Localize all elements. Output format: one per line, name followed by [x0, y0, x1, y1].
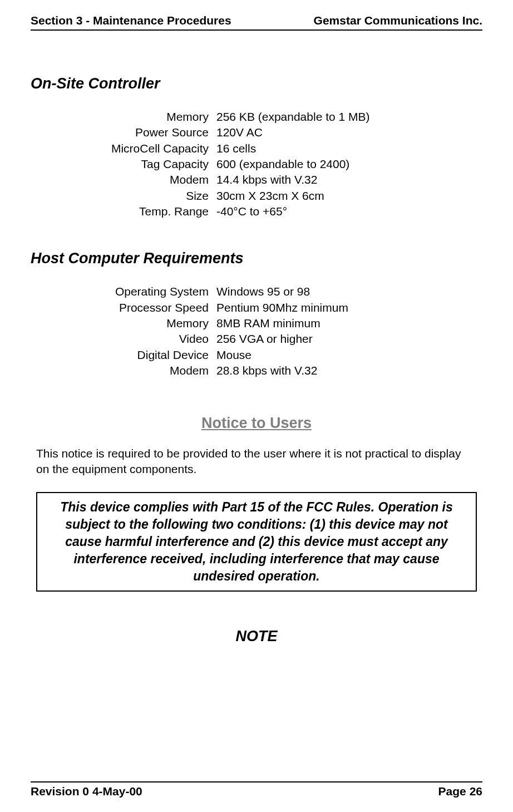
- spec-label: Operating System: [86, 284, 216, 299]
- spec-row: Digital Device Mouse: [86, 347, 482, 363]
- spec-row: Modem 28.8 kbps with V.32: [86, 363, 482, 378]
- spec-label: Tag Capacity: [86, 156, 216, 172]
- page-container: Section 3 - Maintenance Procedures Gemst…: [0, 0, 513, 812]
- spec-label: Video: [86, 331, 216, 347]
- header-right: Gemstar Communications Inc.: [314, 14, 482, 27]
- spec-row: Operating System Windows 95 or 98: [86, 284, 482, 299]
- spec-label: Modem: [86, 363, 216, 378]
- spec-row: MicroCell Capacity 16 cells: [86, 141, 482, 156]
- spec-label: Power Source: [86, 125, 216, 140]
- spec-value: 8MB RAM minimum: [216, 316, 320, 331]
- spec-row: Modem 14.4 kbps with V.32: [86, 172, 482, 188]
- spec-value: Windows 95 or 98: [216, 284, 310, 299]
- spec-value: 28.8 kbps with V.32: [216, 363, 317, 378]
- spec-value: 600 (expandable to 2400): [216, 156, 349, 172]
- spec-label: Memory: [86, 109, 216, 125]
- spec-value: 256 VGA or higher: [216, 331, 313, 347]
- spec-row: Processor Speed Pentium 90Mhz minimum: [86, 300, 482, 316]
- notice-paragraph: This notice is required to be provided t…: [36, 446, 477, 476]
- spec-row: Memory 8MB RAM minimum: [86, 316, 482, 331]
- spec-label: Size: [86, 188, 216, 204]
- onsite-controller-title: On-Site Controller: [31, 75, 482, 92]
- spec-row: Power Source 120V AC: [86, 125, 482, 140]
- footer-left: Revision 0 4-May-00: [31, 785, 142, 798]
- spec-label: Digital Device: [86, 347, 216, 363]
- spec-value: 14.4 kbps with V.32: [216, 172, 317, 188]
- header-left: Section 3 - Maintenance Procedures: [31, 14, 231, 27]
- page-footer: Revision 0 4-May-00 Page 26: [31, 781, 482, 798]
- spec-row: Temp. Range -40°C to +65°: [86, 204, 482, 219]
- spec-label: Temp. Range: [86, 204, 216, 219]
- spec-label: MicroCell Capacity: [86, 141, 216, 156]
- spec-value: -40°C to +65°: [216, 204, 287, 219]
- onsite-spec-table: Memory 256 KB (expandable to 1 MB) Power…: [86, 109, 482, 219]
- spec-value: Mouse: [216, 347, 251, 363]
- page-header: Section 3 - Maintenance Procedures Gemst…: [31, 14, 482, 31]
- note-heading: NOTE: [31, 628, 482, 645]
- footer-right: Page 26: [438, 785, 482, 798]
- spec-label: Memory: [86, 316, 216, 331]
- spec-value: 120V AC: [216, 125, 263, 140]
- spec-value: Pentium 90Mhz minimum: [216, 300, 348, 316]
- spec-label: Modem: [86, 172, 216, 188]
- host-spec-table: Operating System Windows 95 or 98 Proces…: [86, 284, 482, 378]
- spec-row: Memory 256 KB (expandable to 1 MB): [86, 109, 482, 125]
- spec-row: Size 30cm X 23cm X 6cm: [86, 188, 482, 204]
- spec-row: Video 256 VGA or higher: [86, 331, 482, 347]
- spec-value: 30cm X 23cm X 6cm: [216, 188, 324, 204]
- fcc-compliance-box: This device complies with Part 15 of the…: [36, 492, 477, 592]
- host-requirements-title: Host Computer Requirements: [31, 250, 482, 267]
- spec-label: Processor Speed: [86, 300, 216, 316]
- spec-value: 16 cells: [216, 141, 256, 156]
- spec-row: Tag Capacity 600 (expandable to 2400): [86, 156, 482, 172]
- notice-heading: Notice to Users: [31, 415, 482, 432]
- spec-value: 256 KB (expandable to 1 MB): [216, 109, 370, 125]
